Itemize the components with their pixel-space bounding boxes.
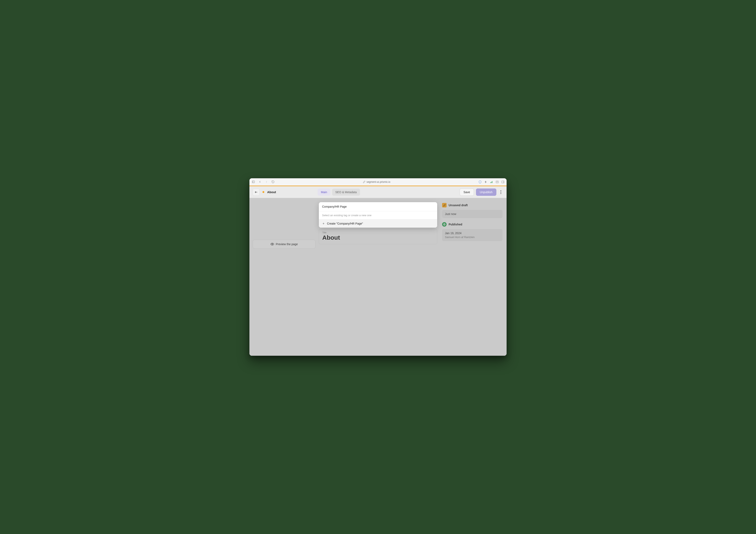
preview-page-button[interactable]: Preview the page <box>253 240 315 249</box>
svg-rect-8 <box>502 181 504 183</box>
preview-button-label: Preview the page <box>276 242 298 246</box>
published-status-row: Published <box>442 222 502 227</box>
more-menu-icon[interactable] <box>499 189 503 195</box>
page-title: About <box>267 190 276 194</box>
save-button[interactable]: Save <box>460 189 474 196</box>
tag-hint: Select an existing tag or create a new o… <box>319 211 437 219</box>
reload-icon[interactable] <box>271 180 275 184</box>
tab-seo-metadata[interactable]: SEO & Metadata <box>332 189 360 196</box>
svg-rect-0 <box>252 181 254 183</box>
back-button[interactable] <box>253 189 259 196</box>
tag-dropdown-popup: Company/HR Page Select an existing tag o… <box>319 202 437 228</box>
svg-rect-5 <box>496 181 499 183</box>
draft-status-row: Unsaved draft <box>442 203 502 207</box>
tag-input[interactable]: Company/HR Page <box>319 202 437 211</box>
status-dot-icon <box>262 191 264 193</box>
address-bar-text: segment-uc.prismic.io <box>366 181 391 183</box>
center-column: Title About Company/HR Page Select an ex… <box>319 198 437 356</box>
svg-rect-2 <box>491 182 491 183</box>
plus-icon <box>322 222 325 225</box>
tab-label: SEO & Metadata <box>335 191 357 194</box>
svg-rect-4 <box>492 181 493 183</box>
published-date: Jan 19, 2024 <box>445 232 500 235</box>
title-field[interactable]: Title About <box>319 229 437 244</box>
bars-icon[interactable] <box>490 180 493 184</box>
draft-status-label: Unsaved draft <box>448 204 468 207</box>
sidebar-toggle-icon[interactable] <box>252 180 255 184</box>
tag-input-value: Company/HR Page <box>322 205 347 208</box>
tab-label: Main <box>321 191 327 194</box>
header-tabs: Main SEO & Metadata <box>318 189 360 196</box>
pencil-icon <box>442 203 446 207</box>
browser-toolbar: segment-uc.prismic.io <box>249 178 507 186</box>
nav-back-icon[interactable] <box>258 180 262 184</box>
published-card[interactable]: Jan 19, 2024 Samuel Horn af Rantzien <box>442 229 502 241</box>
list-icon[interactable] <box>496 180 499 184</box>
browser-window: segment-uc.prismic.io About <box>249 178 507 356</box>
published-author: Samuel Horn af Rantzien <box>445 236 500 239</box>
globe-icon <box>442 222 446 227</box>
left-column: Preview the page <box>249 198 319 356</box>
app-header: About Main SEO & Metadata Save Unpublish <box>249 186 507 198</box>
nav-forward-icon <box>264 180 268 184</box>
bolt-icon[interactable] <box>484 180 487 184</box>
right-sidebar: Unsaved draft Just now Published Jan 19,… <box>437 198 507 356</box>
svg-point-11 <box>272 244 273 245</box>
unpublish-button[interactable]: Unpublish <box>476 189 497 196</box>
title-field-value: About <box>322 234 434 241</box>
draft-time-card[interactable]: Just now <box>442 210 502 218</box>
panel-right-icon[interactable] <box>501 180 504 184</box>
address-bar[interactable]: segment-uc.prismic.io <box>278 181 475 183</box>
app-body: Preview the page Title About Company/HR … <box>249 198 507 356</box>
tag-create-label: Create "Company/HR Page" <box>327 222 363 225</box>
title-field-label: Title <box>322 231 434 234</box>
eye-icon <box>270 242 274 246</box>
published-status-label: Published <box>448 223 462 226</box>
svg-rect-3 <box>491 182 492 183</box>
shield-icon[interactable] <box>478 180 482 184</box>
draft-time: Just now <box>445 212 500 216</box>
tag-create-option[interactable]: Create "Company/HR Page" <box>319 219 437 228</box>
tab-main[interactable]: Main <box>318 189 330 196</box>
